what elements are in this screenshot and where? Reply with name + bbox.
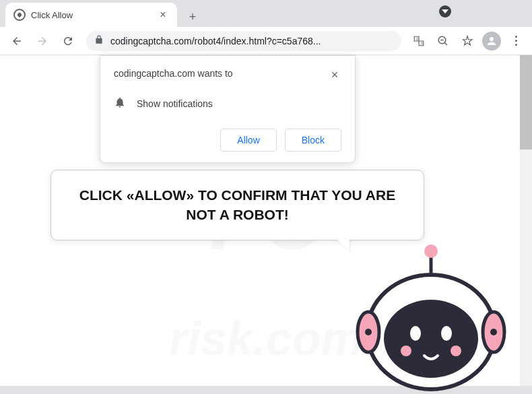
- translate-icon[interactable]: G文: [408, 30, 430, 52]
- svg-point-19: [441, 326, 452, 341]
- new-tab-button[interactable]: +: [182, 7, 203, 27]
- captcha-speech-bubble: CLICK «ALLOW» TO CONFIRM THAT YOU ARE NO…: [51, 170, 424, 240]
- forward-button[interactable]: [31, 30, 54, 53]
- robot-illustration: [354, 238, 508, 393]
- back-button[interactable]: [5, 30, 28, 53]
- page-content: PC risk.com codingcaptcha.com wants to ×…: [0, 55, 532, 386]
- media-indicator-icon[interactable]: [439, 5, 451, 18]
- bookmark-star-icon[interactable]: [457, 30, 478, 52]
- zoom-out-icon[interactable]: [432, 30, 454, 52]
- svg-point-11: [424, 244, 438, 258]
- address-bar[interactable]: codingcaptcha.com/robot4/index.html?c=c5…: [86, 31, 401, 51]
- globe-icon: [13, 9, 26, 21]
- browser-tab[interactable]: Click Allow ×: [5, 3, 177, 27]
- tab-close-button[interactable]: ×: [157, 9, 169, 21]
- permission-origin-text: codingcaptcha.com wants to: [114, 68, 233, 79]
- svg-point-20: [401, 346, 411, 356]
- svg-line-7: [444, 42, 447, 45]
- reload-button[interactable]: [57, 30, 79, 53]
- tab-strip: Click Allow × +: [0, 0, 532, 27]
- svg-text:文: 文: [420, 41, 424, 45]
- svg-point-17: [384, 300, 478, 378]
- notification-permission-dialog: codingcaptcha.com wants to × Show notifi…: [100, 55, 356, 163]
- svg-point-21: [451, 346, 461, 356]
- toolbar: codingcaptcha.com/robot4/index.html?c=c5…: [0, 27, 532, 55]
- vertical-scrollbar[interactable]: [520, 55, 532, 386]
- svg-point-15: [365, 329, 372, 335]
- permission-close-button[interactable]: ×: [328, 68, 341, 81]
- bubble-message: CLICK «ALLOW» TO CONFIRM THAT YOU ARE NO…: [71, 185, 403, 225]
- watermark-sub-text: risk.com: [169, 312, 363, 366]
- scrollbar-thumb[interactable]: [520, 55, 532, 150]
- svg-text:G: G: [416, 36, 419, 40]
- allow-button[interactable]: Allow: [220, 129, 276, 152]
- svg-point-16: [490, 329, 497, 335]
- tab-title: Click Allow: [31, 10, 152, 20]
- profile-avatar[interactable]: [481, 30, 502, 52]
- svg-point-9: [490, 37, 494, 41]
- block-button[interactable]: Block: [285, 129, 341, 152]
- menu-button[interactable]: [505, 30, 527, 52]
- url-text: codingcaptcha.com/robot4/index.html?c=c5…: [110, 36, 393, 46]
- bell-icon: [114, 96, 126, 111]
- permission-capability-text: Show notifications: [137, 98, 213, 109]
- lock-icon: [94, 35, 104, 47]
- svg-point-18: [410, 326, 421, 341]
